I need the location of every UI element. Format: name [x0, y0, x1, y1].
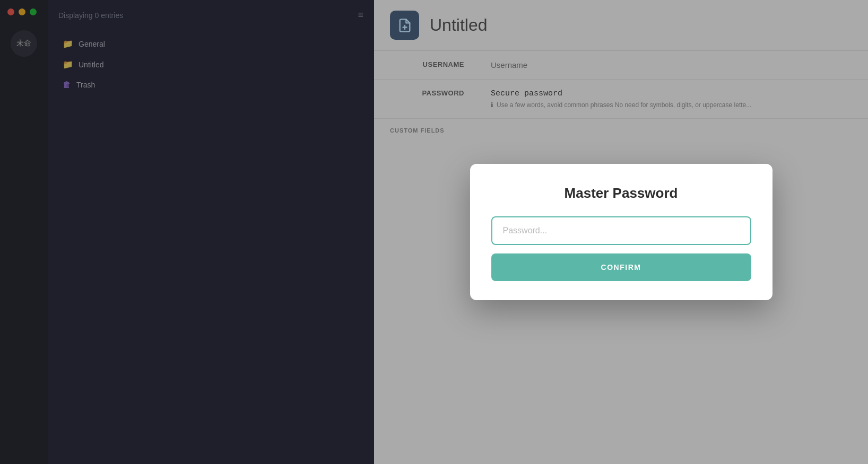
sidebar-item-general[interactable]: 📁 General: [56, 34, 366, 53]
sidebar: 未命: [0, 0, 48, 464]
master-password-modal: Master Password CONFIRM: [470, 164, 772, 300]
close-button[interactable]: [7, 8, 14, 15]
modal-overlay: Master Password CONFIRM: [374, 0, 868, 464]
avatar: 未命: [11, 30, 37, 57]
right-panel: Untitled USERNAME Username PASSWORD Secu…: [374, 0, 868, 464]
filter-icon[interactable]: ≡: [358, 10, 363, 21]
entry-count: Displaying 0 entries: [58, 11, 123, 20]
traffic-lights: [0, 8, 37, 15]
nav-list: 📁 General 📁 Untitled 🗑 Trash: [48, 30, 374, 98]
sidebar-item-label: Trash: [76, 81, 95, 89]
middle-header: Displaying 0 entries ≡: [48, 0, 374, 30]
sidebar-item-label: Untitled: [79, 60, 103, 69]
modal-title: Master Password: [491, 185, 751, 202]
folder-icon: 📁: [63, 39, 73, 49]
sidebar-item-trash[interactable]: 🗑 Trash: [56, 76, 366, 94]
confirm-button[interactable]: CONFIRM: [491, 253, 751, 281]
sidebar-item-label: General: [79, 40, 105, 48]
sidebar-item-untitled[interactable]: 📁 Untitled: [56, 55, 366, 74]
middle-panel: Displaying 0 entries ≡ 📁 General 📁 Untit…: [48, 0, 374, 464]
trash-icon: 🗑: [63, 80, 71, 90]
folder-icon: 📁: [63, 59, 73, 69]
minimize-button[interactable]: [19, 8, 25, 15]
master-password-input[interactable]: [491, 216, 751, 245]
fullscreen-button[interactable]: [30, 8, 37, 15]
